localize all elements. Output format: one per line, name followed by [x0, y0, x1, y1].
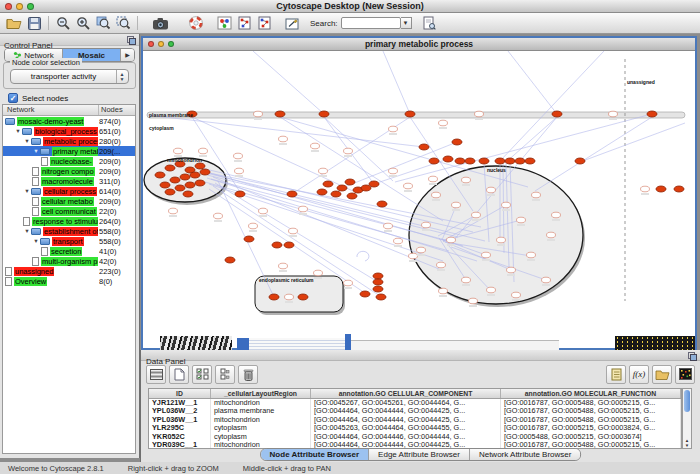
snapshot-button[interactable]	[150, 14, 170, 32]
tree-row[interactable]: nucleobase-209(0)	[3, 156, 135, 166]
tab-edge-attribute-browser[interactable]: Edge Attribute Browser	[369, 449, 470, 460]
tree-row[interactable]: ▼transport558(0)	[3, 236, 135, 246]
table-column-header[interactable]: _cellularLayoutRegion	[211, 389, 311, 398]
attribute-matrix-button[interactable]	[675, 365, 695, 384]
tree-row[interactable]: ▼primary metabo209(...	[3, 146, 135, 156]
tree-row[interactable]: unassigned223(0)	[3, 266, 135, 276]
table-vertical-scrollbar[interactable]: ▲▼	[682, 388, 692, 449]
import-attributes-button[interactable]	[652, 365, 672, 384]
selected-gene-node	[552, 111, 562, 117]
table-column-header[interactable]: annotation.GO MOLECULAR_FUNCTION	[501, 389, 681, 398]
minimize-window-button[interactable]	[16, 3, 23, 10]
node-color-dropdown[interactable]: transporter activity ▲▼	[10, 69, 129, 84]
attribute-grid-icon	[150, 369, 163, 380]
open-session-button[interactable]	[4, 14, 24, 32]
zoom-in-button[interactable]	[73, 14, 93, 32]
attribute-grid-button[interactable]	[146, 365, 166, 384]
zoom-selected-button[interactable]	[93, 14, 113, 32]
tree-row[interactable]: ▼biological_process651(0)	[3, 126, 135, 136]
selected-gene-node	[275, 111, 285, 117]
tree-row[interactable]: multi-organism pro42(0)	[3, 256, 135, 266]
table-row[interactable]: YKR052Ccytoplasm[GO:0044464, GO:0044446,…	[149, 433, 681, 441]
tree-row[interactable]: ▼establishment of lo558(0)	[3, 226, 135, 236]
expander-icon[interactable]: ▼	[23, 228, 31, 234]
new-attribute-button[interactable]	[169, 365, 189, 384]
gene-node	[517, 217, 526, 223]
table-row[interactable]: YLR295Ccytoplasm[GO:0045263, GO:0044464,…	[149, 424, 681, 432]
float-panel-icon[interactable]	[127, 36, 136, 45]
edge	[147, 115, 424, 147]
save-session-button[interactable]	[24, 14, 44, 32]
annotation-button[interactable]	[282, 14, 302, 32]
expander-icon[interactable]: ▼	[14, 128, 22, 134]
zoom-fit-button[interactable]	[113, 14, 133, 32]
file-icon	[32, 197, 39, 206]
node-color-selection-group: Node color selection transporter activit…	[3, 62, 136, 89]
tree-row[interactable]: macromolecule311(0)	[3, 176, 135, 186]
tree-row[interactable]: Overview8(0)	[3, 276, 135, 286]
tree-row[interactable]: nitrogen compo209(0)	[3, 166, 135, 176]
new-network-from-selection-button[interactable]	[234, 14, 254, 32]
attribute-list-button[interactable]	[606, 365, 626, 384]
table-row[interactable]: YJR121W__1mitochondrion[GO:0045267, GO:0…	[149, 399, 681, 407]
status-welcome: Welcome to Cytoscape 2.8.1	[8, 464, 104, 473]
tab-node-attribute-browser[interactable]: Node Attribute Browser	[261, 449, 370, 460]
zoom-out-button[interactable]	[53, 14, 73, 32]
tree-row-label: mosaic-demo-yeast	[17, 117, 84, 126]
selected-gene-node	[345, 179, 355, 185]
table-row[interactable]: YPL036W__1mitochondrion[GO:0044464, GO:0…	[149, 416, 681, 424]
vizmapper-button[interactable]	[214, 14, 234, 32]
zoom-in-icon	[76, 16, 91, 31]
expander-icon[interactable]: ▼	[23, 138, 31, 144]
scrollbar-thumb[interactable]	[684, 390, 690, 412]
advanced-search-button[interactable]	[420, 14, 440, 32]
search-input[interactable]	[341, 17, 401, 29]
select-nodes-checkbox[interactable]: ✓	[8, 93, 18, 103]
network-view-window[interactable]: primary metabolic process plasma membran…	[141, 36, 697, 350]
table-row[interactable]: YPL036W__2plasma membrane[GO:0044464, GO…	[149, 407, 681, 415]
zoom-window-button[interactable]	[27, 3, 34, 10]
table-column-header[interactable]: annotation.GO CELLULAR_COMPONENT	[311, 389, 501, 398]
gene-node	[472, 212, 481, 218]
minimize-view-button[interactable]	[158, 41, 164, 47]
tree-row[interactable]: mosaic-demo-yeast874(0)	[3, 116, 135, 126]
gene-node	[214, 213, 223, 219]
table-column-header[interactable]: ID	[149, 389, 211, 398]
selected-gene-node	[170, 177, 180, 183]
delete-attribute-button[interactable]	[238, 365, 258, 384]
float-panel-icon[interactable]	[688, 352, 697, 361]
search-options-dropdown[interactable]: ▼	[401, 17, 412, 29]
expander-icon[interactable]: ▼	[32, 148, 40, 154]
selected-gene-node	[465, 158, 475, 164]
scrollbar-arrows[interactable]: ▲▼	[683, 439, 691, 448]
document-search-icon	[423, 16, 436, 30]
formula-builder-button[interactable]: f(x)	[629, 365, 649, 384]
tree-row[interactable]: cellular metabo209(0)	[3, 196, 135, 206]
unselect-all-attributes-button[interactable]	[215, 365, 235, 384]
close-window-button[interactable]	[5, 3, 12, 10]
camera-icon	[152, 17, 169, 30]
tree-column-nodes[interactable]: Nodes	[99, 105, 135, 115]
tree-row-count: 651(0)	[99, 127, 135, 136]
help-button[interactable]	[186, 14, 206, 32]
select-all-attributes-button[interactable]	[192, 365, 212, 384]
attribute-table[interactable]: ID_cellularLayoutRegionannotation.GO CEL…	[148, 388, 682, 449]
tab-network-attribute-browser[interactable]: Network Attribute Browser	[470, 449, 580, 460]
expander-icon[interactable]: ▼	[32, 238, 40, 244]
more-tabs-button[interactable]: ▶	[121, 49, 134, 61]
tree-row[interactable]: cell communicat22(0)	[3, 206, 135, 216]
close-view-button[interactable]	[148, 41, 154, 47]
new-network-view-button[interactable]	[254, 14, 274, 32]
gene-node	[469, 298, 478, 304]
tree-row[interactable]: ▼cellular process614(0)	[3, 186, 135, 196]
tree-row[interactable]: response to stimulu264(0)	[3, 216, 135, 226]
tree-column-network[interactable]: Network	[3, 105, 99, 115]
tree-row[interactable]: secretion41(0)	[3, 246, 135, 256]
network-canvas[interactable]: plasma membranecytoplasmmitochondrionnuc…	[143, 51, 695, 348]
expander-icon[interactable]: ▼	[23, 188, 31, 194]
tree-row[interactable]: ▼metabolic process280(0)	[3, 136, 135, 146]
network-window-titlebar[interactable]: primary metabolic process	[143, 38, 695, 51]
gene-node	[542, 277, 551, 283]
zoom-view-button[interactable]	[168, 41, 174, 47]
selected-gene-node	[495, 158, 505, 164]
